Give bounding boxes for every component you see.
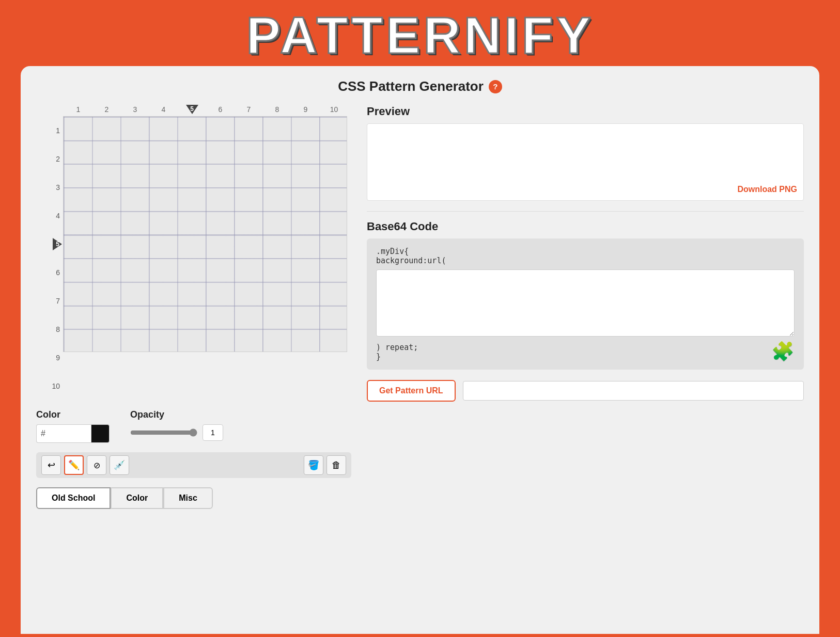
col-6[interactable]: 6 [206, 105, 235, 114]
app-logo: PATTERNIFY [246, 9, 594, 61]
opacity-value[interactable] [203, 424, 223, 441]
color-text-input[interactable] [50, 424, 91, 443]
code-title: Base64 Code [367, 220, 804, 233]
row-7[interactable]: 7 [36, 286, 62, 315]
content-row: 1 2 3 4 5 6 7 8 9 10 1 2 3 [36, 105, 804, 509]
fill-button[interactable]: 🪣 [304, 455, 323, 475]
row-9[interactable]: 9 [36, 343, 62, 372]
tab-old-school[interactable]: Old School [36, 487, 111, 509]
opacity-slider[interactable] [130, 428, 197, 437]
bottom-row: Get Pattern URL [367, 380, 804, 402]
page-title: CSS Pattern Generator [338, 78, 484, 94]
row-2[interactable]: 2 [36, 145, 62, 173]
code-textarea[interactable] [376, 269, 795, 337]
url-input[interactable] [463, 381, 804, 401]
col-8[interactable]: 8 [263, 105, 291, 114]
draw-button[interactable]: ✏️ [64, 455, 84, 475]
controls-row: Color # Opacity [36, 409, 351, 443]
tab-misc[interactable]: Misc [163, 487, 213, 509]
grid-canvas[interactable] [63, 116, 347, 352]
pattern-tabs: Old School Color Misc [36, 487, 351, 509]
hash-prefix: # [36, 424, 50, 443]
opacity-row [130, 424, 223, 441]
col-9[interactable]: 9 [291, 105, 320, 114]
color-input-row: # [36, 424, 110, 443]
col-1[interactable]: 1 [64, 105, 92, 114]
code-box: .myDiv{ background:url( ) repeat; } 🧩 [367, 238, 804, 370]
download-png-button[interactable]: Download PNG [737, 185, 797, 194]
dropper-icon: 💉 [114, 459, 125, 471]
page-title-row: CSS Pattern Generator ? [36, 78, 804, 94]
tab-color[interactable]: Color [111, 487, 163, 509]
code-line4: } [376, 352, 795, 361]
puzzle-icon: 🧩 [771, 341, 795, 362]
col-7[interactable]: 7 [235, 105, 263, 114]
preview-section: Preview Download PNG [367, 105, 804, 201]
row-10[interactable]: 10 [36, 372, 62, 400]
code-line1: .myDiv{ [376, 247, 795, 256]
col-2[interactable]: 2 [92, 105, 121, 114]
row-8[interactable]: 8 [36, 315, 62, 343]
right-panel: Preview Download PNG Base64 Code .myDiv{… [367, 105, 804, 402]
undo-button[interactable]: ↩ [41, 455, 61, 475]
opacity-section: Opacity [130, 409, 223, 441]
grid-dashed [64, 117, 347, 352]
tool-buttons: ↩ ✏️ ⊘ 💉 🪣 [36, 452, 351, 478]
row-3[interactable]: 3 [36, 173, 62, 201]
get-pattern-url-button[interactable]: Get Pattern URL [367, 380, 456, 402]
eraser-icon: ⊘ [94, 460, 100, 470]
erase-button[interactable]: ⊘ [87, 455, 106, 475]
color-label: Color [36, 409, 110, 420]
row-numbers: 1 2 3 4 5 6 7 8 9 10 [36, 116, 62, 400]
opacity-label: Opacity [130, 409, 223, 420]
color-swatch[interactable] [91, 424, 110, 443]
col-numbers: 1 2 3 4 5 6 7 8 9 10 [64, 105, 351, 114]
code-section: Base64 Code .myDiv{ background:url( ) re… [367, 220, 804, 370]
section-divider [367, 211, 804, 212]
row-6[interactable]: 6 [36, 258, 62, 286]
col-3[interactable]: 3 [121, 105, 149, 114]
row-5-active[interactable]: 5 [36, 230, 62, 258]
tool-btn-group-left: ↩ ✏️ ⊘ 💉 [41, 455, 129, 475]
tool-btn-group-right: 🪣 🗑 [304, 455, 346, 475]
code-line2: background:url( [376, 256, 795, 265]
code-line3: ) repeat; [376, 343, 795, 352]
col-10[interactable]: 10 [320, 105, 348, 114]
header: PATTERNIFY [0, 0, 840, 61]
preview-title: Preview [367, 105, 804, 118]
dropper-button[interactable]: 💉 [110, 455, 129, 475]
left-panel: 1 2 3 4 5 6 7 8 9 10 1 2 3 [36, 105, 351, 509]
trash-icon: 🗑 [332, 460, 341, 471]
col-5-active[interactable]: 5 [178, 105, 206, 114]
row-4[interactable]: 4 [36, 201, 62, 230]
grid-wrapper: 1 2 3 4 5 6 7 8 9 10 [36, 116, 351, 400]
row-1[interactable]: 1 [36, 116, 62, 145]
main-container: CSS Pattern Generator ? 1 2 3 4 5 6 7 8 … [21, 66, 819, 634]
preview-box: Download PNG [367, 123, 804, 201]
help-button[interactable]: ? [489, 80, 502, 93]
fill-icon: 🪣 [308, 459, 319, 471]
clear-button[interactable]: 🗑 [326, 455, 346, 475]
undo-icon: ↩ [48, 459, 55, 471]
pencil-icon: ✏️ [68, 459, 80, 471]
col-4[interactable]: 4 [149, 105, 178, 114]
color-section: Color # [36, 409, 110, 443]
